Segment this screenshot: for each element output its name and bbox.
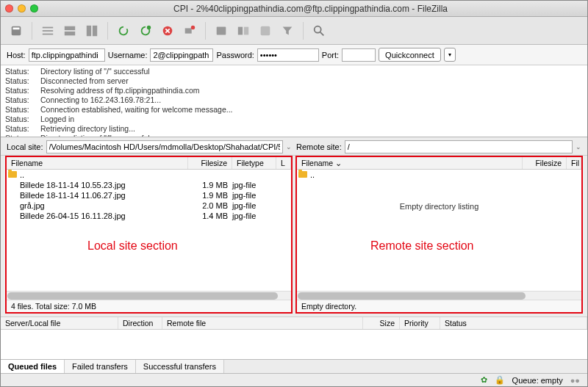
toggle-tree-button[interactable] — [60, 21, 79, 40]
quickconnect-bar: Host: Username: Password: Port: Quickcon… — [1, 45, 587, 65]
svg-rect-8 — [93, 25, 97, 35]
minimize-window-button[interactable] — [18, 4, 26, 12]
empty-listing-message: Empty directory listing — [297, 180, 581, 233]
folder-icon — [298, 171, 307, 178]
local-col-filesize[interactable]: Filesize — [188, 157, 232, 169]
file-row[interactable]: Billede 18-11-14 11.06.27.jpg1.9 MBjpg-f… — [7, 190, 291, 200]
toggle-queue-button[interactable] — [82, 21, 101, 40]
window-title: CPI - 2%40clippingpathindia.com@ftp.clip… — [38, 4, 583, 14]
remote-pane: Filename ⌄ Filesize Fil .. Empty directo… — [295, 156, 583, 314]
local-status: 4 files. Total size: 7.0 MB — [7, 300, 291, 312]
svg-point-12 — [191, 25, 195, 29]
queue-col-status[interactable]: Status — [440, 317, 587, 329]
folder-icon — [8, 171, 17, 178]
remote-col-filesize[interactable]: Filesize — [523, 157, 567, 169]
remote-status: Empty directory. — [297, 300, 581, 312]
remote-site-label: Remote site: — [296, 142, 342, 151]
gear-icon[interactable]: ✿ — [481, 375, 487, 385]
filter-button[interactable] — [278, 21, 297, 40]
zoom-window-button[interactable] — [30, 4, 38, 12]
search-button[interactable] — [309, 21, 329, 40]
svg-rect-2 — [43, 26, 53, 28]
parent-dir-row[interactable]: .. — [7, 170, 291, 180]
transfer-tabs: Queued files Failed transfers Successful… — [1, 359, 587, 373]
remote-file-list[interactable]: .. Empty directory listing — [297, 170, 581, 291]
file-row[interactable]: Billede 26-04-15 16.11.28.jpg1.4 MBjpg-f… — [7, 211, 291, 221]
local-col-modified[interactable]: L — [276, 157, 291, 169]
remote-col-filename[interactable]: Filename ⌄ — [297, 157, 523, 169]
svg-rect-6 — [65, 31, 75, 35]
queue-body[interactable] — [1, 330, 587, 359]
site-manager-button[interactable] — [7, 21, 26, 40]
svg-rect-16 — [261, 26, 270, 35]
svg-rect-5 — [65, 26, 75, 29]
queue-col-size[interactable]: Size — [363, 317, 400, 329]
username-label: Username: — [108, 51, 148, 59]
queue-col-remote[interactable]: Remote file — [162, 317, 363, 329]
password-input[interactable] — [257, 48, 319, 62]
quickconnect-button[interactable]: Quickconnect — [379, 48, 441, 62]
close-window-button[interactable] — [5, 4, 13, 12]
tab-queued-files[interactable]: Queued files — [1, 360, 65, 373]
local-col-filename[interactable]: Filename — [7, 157, 188, 169]
svg-rect-7 — [87, 25, 91, 35]
tab-successful-transfers[interactable]: Successful transfers — [136, 360, 224, 373]
process-queue-button[interactable] — [136, 21, 155, 40]
remote-scrollbar[interactable] — [297, 291, 581, 300]
file-row[interactable]: grå.jpg2.0 MBjpg-file — [7, 200, 291, 211]
svg-line-18 — [320, 32, 324, 35]
svg-point-17 — [315, 26, 321, 32]
file-row[interactable]: Billede 18-11-14 10.55.23.jpg1.9 MBjpg-f… — [7, 180, 291, 190]
queue-col-server[interactable]: Server/Local file — [1, 317, 118, 329]
host-input[interactable] — [29, 48, 105, 62]
compare-button[interactable] — [234, 21, 253, 40]
lock-icon[interactable]: 🔒 — [495, 375, 505, 385]
local-site-label: Local site: — [7, 142, 43, 151]
remote-col-filetype[interactable]: Fil — [567, 157, 581, 169]
local-col-filetype[interactable]: Filetype — [232, 157, 276, 169]
queue-status: Queue: empty — [512, 376, 563, 385]
svg-rect-15 — [244, 26, 248, 35]
port-input[interactable] — [342, 48, 376, 62]
remote-site-path[interactable] — [345, 140, 573, 153]
svg-point-9 — [147, 25, 151, 29]
tab-failed-transfers[interactable]: Failed transfers — [65, 360, 136, 373]
disconnect-button[interactable] — [180, 21, 199, 40]
local-site-path[interactable] — [46, 140, 283, 153]
password-label: Password: — [216, 51, 254, 59]
statusbar: ✿ 🔒 Queue: empty ●● — [1, 373, 587, 386]
host-label: Host: — [7, 51, 26, 59]
svg-rect-4 — [43, 33, 53, 35]
svg-rect-13 — [217, 26, 226, 35]
toolbar — [1, 17, 587, 45]
refresh-button[interactable] — [114, 21, 133, 40]
username-input[interactable] — [150, 48, 213, 62]
queue-indicator-icon: ●● — [570, 376, 580, 385]
message-log[interactable]: Status:Directory listing of "/" successf… — [1, 65, 587, 137]
queue-col-priority[interactable]: Priority — [400, 317, 440, 329]
svg-rect-3 — [43, 30, 53, 32]
cancel-button[interactable] — [158, 21, 177, 40]
svg-rect-14 — [238, 26, 243, 35]
local-site-dropdown[interactable]: ⌄ — [286, 143, 292, 151]
local-pane: Filename Filesize Filetype L .. Billede … — [5, 156, 293, 314]
svg-rect-1 — [13, 27, 20, 29]
toggle-log-button[interactable] — [38, 21, 57, 40]
local-file-list[interactable]: .. Billede 18-11-14 10.55.23.jpg1.9 MBjp… — [7, 170, 291, 291]
remote-site-dropdown[interactable]: ⌄ — [576, 143, 581, 151]
parent-dir-row[interactable]: .. — [297, 170, 581, 180]
quickconnect-dropdown[interactable]: ▾ — [444, 48, 456, 62]
titlebar: CPI - 2%40clippingpathindia.com@ftp.clip… — [1, 1, 587, 17]
sync-browse-button[interactable] — [256, 21, 275, 40]
port-label: Port: — [322, 51, 339, 59]
queue-header: Server/Local file Direction Remote file … — [1, 317, 587, 330]
queue-col-direction[interactable]: Direction — [118, 317, 162, 329]
local-scrollbar[interactable] — [7, 291, 291, 300]
reconnect-button[interactable] — [212, 21, 231, 40]
svg-rect-11 — [185, 28, 192, 33]
